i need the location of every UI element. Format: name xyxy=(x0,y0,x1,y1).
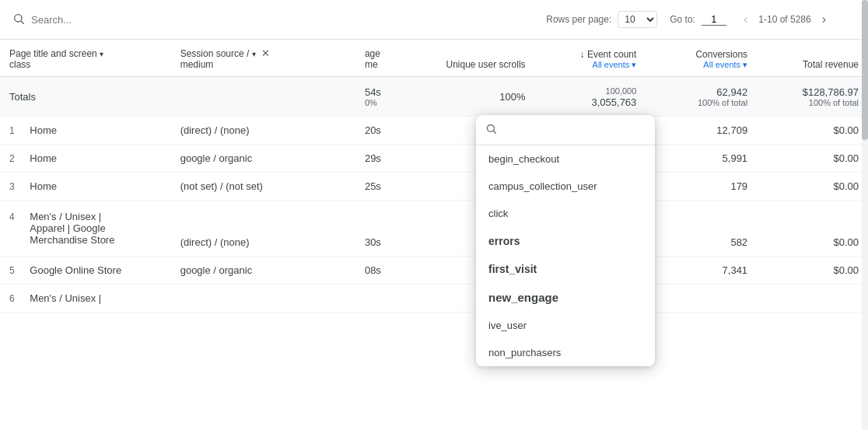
dropdown-item-first-visit[interactable]: first_visit xyxy=(476,255,655,283)
row-5-filter xyxy=(324,257,355,285)
totals-session-cell xyxy=(171,77,325,117)
row-2-filter xyxy=(324,145,355,173)
col-header-age: age me xyxy=(355,40,424,77)
col-header-unique-scrolls: Unique user scrolls xyxy=(424,40,535,77)
table-row: 4 Men's / Unisex | Apparel | Google Merc… xyxy=(0,201,868,257)
row-6-session xyxy=(171,285,325,313)
row-2-conversions: 5,991 xyxy=(646,145,757,173)
dropdown-search-bar xyxy=(476,115,655,145)
row-2-age: 29s xyxy=(355,145,424,173)
row-5-session: google / organic xyxy=(171,257,325,285)
row-3-revenue: $0.00 xyxy=(757,173,868,201)
row-1-session: (direct) / (none) xyxy=(171,117,325,145)
totals-conversions-cell: 62,942 100% of total xyxy=(646,77,757,117)
event-count-filter[interactable]: All events ▾ xyxy=(544,60,637,70)
conversions-filter[interactable]: All events ▾ xyxy=(655,60,747,70)
table-row: 2 Home google / organic 29s d a 5,991 $0… xyxy=(0,145,868,173)
goto-control: Go to: xyxy=(670,14,726,26)
totals-event-count-cell: 100,000 3,055,763 xyxy=(535,77,646,117)
page-range-text: 1-10 of 5286 xyxy=(758,14,810,25)
search-input[interactable] xyxy=(31,14,187,26)
row-1-page: 1 Home xyxy=(0,117,171,145)
dropdown-item-non-purchasers[interactable]: non_purchasers xyxy=(476,339,655,366)
row-2-page: 2 Home xyxy=(0,145,171,173)
prev-page-button[interactable]: ‹ xyxy=(739,11,752,28)
col-header-session-source: Session source / ▾ ✕ medium xyxy=(171,40,325,77)
rows-per-page-label: Rows per page: xyxy=(546,14,611,25)
dropdown-item-ive-user[interactable]: ive_user xyxy=(476,312,655,339)
scrollbar-thumb[interactable] xyxy=(862,0,868,140)
row-3-conversions: 179 xyxy=(646,173,757,201)
rows-per-page-control: Rows per page: 10 25 50 100 xyxy=(546,11,657,28)
row-4-revenue: $0.00 xyxy=(757,201,868,257)
table-row: 5 Google Online Store google / organic 0… xyxy=(0,257,868,285)
next-page-button[interactable]: › xyxy=(817,11,831,28)
row-4-session: (direct) / (none) xyxy=(171,201,325,257)
row-6-revenue xyxy=(757,285,868,313)
col-header-filter xyxy=(324,40,355,77)
table-row: 3 Home (not set) / (not set) 25s 179 $0.… xyxy=(0,173,868,201)
row-1-filter xyxy=(324,117,355,145)
row-6-age xyxy=(355,285,424,313)
page-range: ‹ 1-10 of 5286 › xyxy=(739,11,831,28)
rows-per-page-select[interactable]: 10 25 50 100 xyxy=(618,11,657,28)
table-row: 1 Home (direct) / (none) 20s 12,709 $0.0… xyxy=(0,117,868,145)
row-3-page: 3 Home xyxy=(0,173,171,201)
row-3-session: (not set) / (not set) xyxy=(171,173,325,201)
col-header-conversions: Conversions All events ▾ xyxy=(646,40,757,77)
row-4-conversions: 582 xyxy=(646,201,757,257)
row-4-age: 30s xyxy=(355,201,424,257)
row-2-revenue: $0.00 xyxy=(757,145,868,173)
search-icon xyxy=(12,12,25,27)
search-bar xyxy=(0,6,358,33)
goto-input[interactable] xyxy=(702,14,726,26)
row-4-filter xyxy=(324,201,355,257)
row-2-session: google / organic xyxy=(171,145,325,173)
dropdown-item-new-engage[interactable]: new_engage xyxy=(476,283,655,312)
row-5-conversions: 7,341 xyxy=(646,257,757,285)
dropdown-item-errors[interactable]: errors xyxy=(476,227,655,255)
row-6-conversions xyxy=(646,285,757,313)
dropdown-search-icon xyxy=(485,123,497,137)
pagination-controls: Rows per page: 10 25 50 100 Go to: ‹ 1-1… xyxy=(546,5,868,34)
totals-scrolls-cell: 100% xyxy=(424,77,535,117)
totals-age-cell: 54s 0% xyxy=(355,77,424,117)
remove-session-source-button[interactable]: ✕ xyxy=(261,47,270,59)
scrollbar-track xyxy=(862,0,868,430)
row-3-filter xyxy=(324,173,355,201)
table-header-row: Page title and screen ▾ class Session so… xyxy=(0,40,868,77)
row-3-age: 25s xyxy=(355,173,424,201)
row-1-age: 20s xyxy=(355,117,424,145)
event-filter-dropdown: begin_checkout campus_collection_user cl… xyxy=(476,115,655,366)
row-5-age: 08s xyxy=(355,257,424,285)
totals-filter-cell xyxy=(324,77,355,117)
col-header-event-count: ↓ Event count All events ▾ xyxy=(535,40,646,77)
table-row: 6 Men's / Unisex | xyxy=(0,285,868,313)
col-header-page-title: Page title and screen ▾ class xyxy=(0,40,171,77)
svg-line-3 xyxy=(493,131,495,133)
analytics-table-wrapper: Rows per page: 10 25 50 100 Go to: ‹ 1-1… xyxy=(0,0,868,430)
data-table: Page title and screen ▾ class Session so… xyxy=(0,40,868,313)
totals-revenue-cell: $128,786.97 100% of total xyxy=(757,77,868,117)
row-6-filter xyxy=(324,285,355,313)
totals-row: Totals 54s 0% 100% 100,000 3,055,763 62,… xyxy=(0,77,868,117)
dropdown-item-campus-collection[interactable]: campus_collection_user xyxy=(476,173,655,200)
svg-point-2 xyxy=(488,125,495,132)
row-5-revenue: $0.00 xyxy=(757,257,868,285)
dropdown-item-click[interactable]: click xyxy=(476,200,655,227)
goto-label: Go to: xyxy=(670,14,695,25)
row-4-page: 4 Men's / Unisex | Apparel | Google Merc… xyxy=(0,201,171,257)
row-1-revenue: $0.00 xyxy=(757,117,868,145)
row-1-conversions: 12,709 xyxy=(646,117,757,145)
col-header-total-revenue: Total revenue xyxy=(757,40,868,77)
svg-line-1 xyxy=(21,21,24,24)
totals-label-cell: Totals xyxy=(0,77,171,117)
row-5-page: 5 Google Online Store xyxy=(0,257,171,285)
row-6-page: 6 Men's / Unisex | xyxy=(0,285,171,313)
dropdown-item-begin-checkout[interactable]: begin_checkout xyxy=(476,145,655,173)
svg-point-0 xyxy=(15,14,22,21)
